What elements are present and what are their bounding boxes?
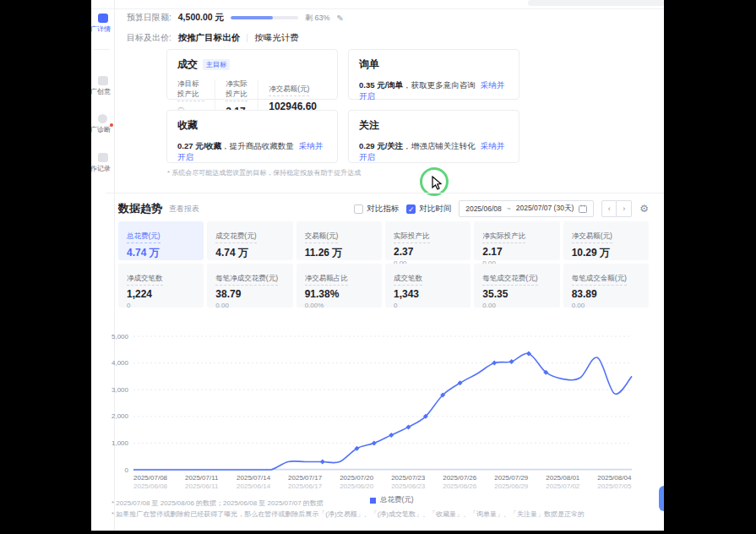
tile-value: 1,343 [394, 288, 462, 300]
trend-header: 数据趋势 查看报表 [118, 201, 199, 216]
goal-card-deal-title: 成交 主目标 [177, 57, 327, 72]
sidebar-item-2[interactable]: 推广创意 [91, 76, 114, 96]
tile-value: 2.37 [394, 246, 462, 258]
svg-text:4,000: 4,000 [111, 359, 129, 367]
metric-tile-6[interactable]: 净交易额(元)10.29 万0.00 [563, 221, 649, 260]
goal-label: 目标及出价: [127, 32, 171, 44]
top-scroll-rail[interactable] [528, 0, 664, 6]
sidebar-item-label: 操作记录 [91, 164, 115, 173]
svg-text:2025/07/14: 2025/07/14 [237, 474, 271, 482]
date-end: 2025/07/07 (30天) [516, 204, 574, 214]
tile-label: 每笔成交金额(元) [572, 274, 627, 286]
cursor-pointer-icon [431, 176, 443, 191]
svg-text:2025/06/29: 2025/06/29 [494, 482, 529, 490]
metric-tile-1[interactable]: 总花费(元)4.74 万0.00 [118, 221, 204, 260]
svg-text:2025/06/08: 2025/06/08 [133, 482, 168, 490]
compare-metric-checkbox[interactable]: 对比指标 [354, 204, 399, 215]
svg-text:2025/07/23: 2025/07/23 [391, 474, 426, 482]
daily-budget-row: 预算日限额: 4,500.00 元 剩 63% ✎ [127, 12, 344, 24]
svg-text:2025/06/11: 2025/06/11 [185, 482, 219, 490]
sidebar-item-4[interactable]: 操作记录 [91, 153, 114, 173]
goal-option-separator [247, 34, 247, 42]
svg-text:0: 0 [125, 466, 129, 474]
view-report-link[interactable]: 查看报表 [169, 204, 199, 215]
goal-card-deal[interactable]: 成交 主目标 净目标投产比 ⓘ 2.45 ✎ 净实际投产比 2.17 净交易额(… [166, 49, 338, 100]
history-clock-icon [98, 153, 108, 162]
sidebar-item-3[interactable]: 推广诊断 [91, 114, 114, 134]
goal-option-target-bid[interactable]: 按推广目标出价 [178, 32, 241, 44]
metric-tile-12[interactable]: 每笔成交金额(元)83.890.00 [563, 264, 649, 308]
tile-value: 10.29 万 [572, 246, 640, 260]
tile-value: 83.89 [572, 288, 640, 300]
tile-label: 交易额(元) [305, 232, 339, 243]
tile-value: 11.26 万 [305, 246, 373, 260]
app-window: 推广详情推广创意推广诊断操作记录 预算日限额: 4,500.00 元 剩 63%… [91, 0, 664, 531]
date-separator: ~ [507, 204, 511, 213]
metric-tile-4[interactable]: 实际投产比2.370.00 [385, 221, 470, 260]
edit-budget-icon[interactable]: ✎ [337, 14, 344, 23]
metric-tile-10[interactable]: 成交笔数1,3430 [385, 264, 470, 308]
budget-progress-bar [231, 16, 298, 19]
svg-text:3,000: 3,000 [111, 386, 129, 394]
sidebar-item-label: 推广诊断 [91, 125, 115, 134]
metric-label: 净交易额(元) [269, 84, 309, 96]
settings-gear-icon[interactable]: ⚙ [639, 203, 649, 215]
top-divider [91, 8, 664, 9]
checkbox-unchecked-icon [354, 204, 363, 214]
prev-period-button[interactable]: ‹ [601, 200, 617, 217]
budget-remaining: 剩 63% [305, 13, 330, 24]
calendar-icon [579, 204, 587, 213]
chart-legend: 总花费(元) [370, 495, 414, 505]
metric-tile-8[interactable]: 每笔净成交花费(元)38.790.00 [207, 264, 292, 308]
trend-chart[interactable]: 01,0002,0003,0004,0005,0002025/07/082025… [111, 326, 647, 497]
svg-text:2025/06/14: 2025/06/14 [237, 482, 271, 490]
goal-card-favorite[interactable]: 收藏 0.27 元/收藏，提升商品收藏数量采纳并开启 [166, 110, 338, 163]
svg-text:2025/08/04: 2025/08/04 [597, 474, 632, 482]
tile-label: 净实际投产比 [482, 232, 525, 243]
section-divider [106, 193, 664, 193]
svg-text:2,000: 2,000 [111, 412, 129, 420]
date-range-picker[interactable]: 2025/06/08 ~ 2025/07/07 (30天) [459, 200, 594, 217]
favorite-title: 收藏 [177, 118, 327, 133]
metric-tiles: 总花费(元)4.74 万0.00成交花费(元)4.74 万0.00交易额(元)1… [118, 221, 649, 308]
screen: 推广详情推广创意推广诊断操作记录 预算日限额: 4,500.00 元 剩 63%… [0, 0, 756, 534]
compare-time-checkbox[interactable]: ✓ 对比时间 [406, 204, 451, 215]
compare-metric-label: 对比指标 [367, 204, 399, 215]
goal-card-follow[interactable]: 关注 0.29 元/关注，增强店铺关注转化采纳并开启 [348, 110, 519, 163]
metric-tile-3[interactable]: 交易额(元)11.26 万0.00 [296, 221, 382, 260]
tile-compare-value: 0.00% [305, 302, 373, 309]
metric-tile-5[interactable]: 净实际投产比2.170.00 [474, 221, 559, 260]
metric-tile-11[interactable]: 每笔成交花费(元)35.350.00 [474, 264, 559, 308]
sidebar-item-label: 推广创意 [91, 87, 115, 96]
metric-tile-7[interactable]: 净成交笔数1,2240 [118, 264, 204, 308]
sidebar-item-1[interactable]: 推广详情 [91, 14, 114, 34]
metric-label: 净实际投产比 [226, 79, 247, 101]
tile-label: 每笔净成交花费(元) [215, 274, 278, 286]
metric-tile-9[interactable]: 净交易额占比91.38%0.00% [296, 264, 382, 308]
svg-text:2025/07/17: 2025/07/17 [288, 474, 323, 482]
svg-text:2025/08/01: 2025/08/01 [546, 474, 580, 482]
primary-goal-badge: 主目标 [203, 59, 230, 70]
svg-text:2025/07/29: 2025/07/29 [494, 474, 529, 482]
metric-tile-2[interactable]: 成交花费(元)4.74 万0.00 [207, 221, 292, 260]
floating-side-button[interactable] [659, 486, 664, 511]
tile-value: 91.38% [305, 288, 373, 300]
goal-bid-row: 目标及出价: 按推广目标出价 按曝光计费 [127, 32, 299, 44]
tile-value: 2.17 [482, 246, 551, 258]
tile-value: 38.79 [215, 288, 284, 300]
svg-text:2025/06/26: 2025/06/26 [443, 482, 477, 490]
goal-card-inquiry[interactable]: 询单 0.35 元/询单，获取更多意向咨询采纳并开启 [348, 49, 519, 100]
footnote-2: * 如果推广在暂停或删除前已经获得了曝光，那么在暂停或删除后展示「(净)交易额」… [111, 509, 647, 519]
svg-text:2025/07/02: 2025/07/02 [546, 482, 580, 490]
tile-label: 实际投产比 [394, 232, 430, 243]
next-period-button[interactable]: › [617, 200, 632, 217]
idea-icon [98, 76, 108, 85]
tile-compare-value: 0 [394, 302, 462, 309]
line-chart-svg: 01,0002,0003,0004,0005,0002025/07/082025… [111, 326, 647, 493]
promotion-detail-icon [98, 14, 108, 23]
budget-label: 预算日限额: [127, 12, 171, 24]
svg-text:1,000: 1,000 [111, 439, 129, 447]
tile-value: 4.74 万 [127, 246, 195, 260]
goal-option-exposure[interactable]: 按曝光计费 [254, 32, 299, 44]
diagnosis-icon [98, 114, 107, 123]
